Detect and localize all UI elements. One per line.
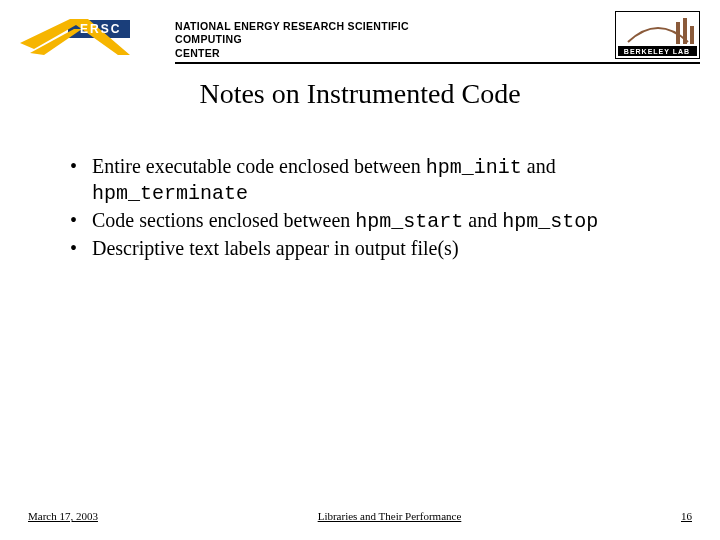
- org-name: NATIONAL ENERGY RESEARCH SCIENTIFIC COMP…: [175, 20, 465, 61]
- list-item: Entire executable code enclosed between …: [70, 154, 660, 206]
- list-item: Descriptive text labels appear in output…: [70, 236, 660, 261]
- slide-footer: March 17, 2003 Libraries and Their Perfo…: [0, 510, 720, 522]
- svg-rect-5: [683, 18, 687, 44]
- list-item: Code sections enclosed between hpm_start…: [70, 208, 660, 234]
- slide-header: ERSC NATIONAL ENERGY RESEARCH SCIENTIFIC…: [0, 0, 720, 60]
- berkeley-lab-logo: BERKELEY LAB: [615, 11, 700, 59]
- org-line1: NATIONAL ENERGY RESEARCH SCIENTIFIC COMP…: [175, 20, 409, 46]
- footer-date: March 17, 2003: [28, 510, 98, 522]
- bullet-text: and: [463, 209, 502, 231]
- header-title-wrap: NATIONAL ENERGY RESEARCH SCIENTIFIC COMP…: [130, 10, 615, 61]
- svg-rect-4: [676, 22, 680, 44]
- berkeley-lab-text: BERKELEY LAB: [624, 48, 690, 55]
- header-divider: [175, 62, 700, 64]
- nersc-logo-svg: ERSC: [20, 15, 130, 55]
- slide-title: Notes on Instrumented Code: [0, 78, 720, 110]
- bullet-text: Entire executable code enclosed between: [92, 155, 426, 177]
- code-span: hpm_start: [355, 210, 463, 233]
- svg-rect-6: [690, 26, 694, 44]
- code-span: hpm_init: [426, 156, 522, 179]
- page-number: 16: [681, 510, 692, 522]
- berkeley-lab-logo-svg: BERKELEY LAB: [616, 12, 699, 58]
- bullet-text: and: [522, 155, 556, 177]
- code-span: hpm_stop: [502, 210, 598, 233]
- nersc-logo-text: ERSC: [80, 22, 121, 36]
- bullet-text: Descriptive text labels appear in output…: [92, 237, 459, 259]
- org-line2: CENTER: [175, 47, 220, 59]
- nersc-logo: ERSC: [20, 15, 130, 55]
- bullet-list: Entire executable code enclosed between …: [70, 154, 660, 261]
- slide-content: Entire executable code enclosed between …: [0, 110, 720, 261]
- bullet-text: Code sections enclosed between: [92, 209, 355, 231]
- code-span: hpm_terminate: [92, 182, 248, 205]
- footer-title: Libraries and Their Performance: [98, 510, 681, 522]
